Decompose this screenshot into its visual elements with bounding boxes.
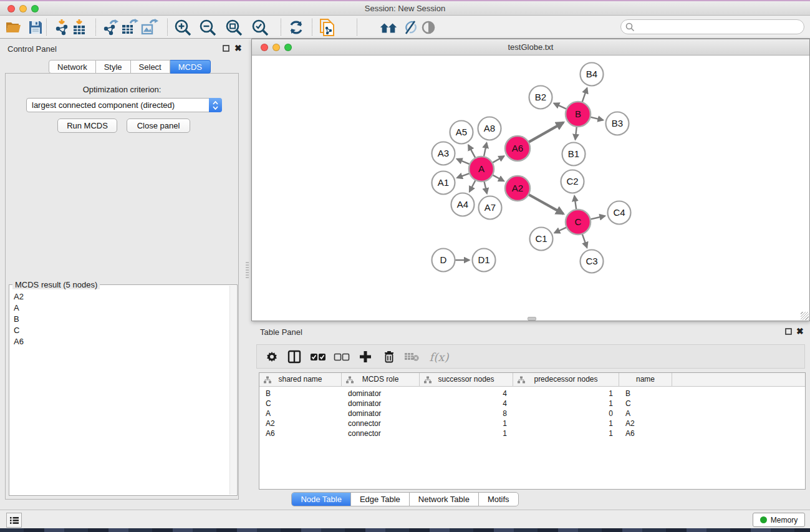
network-zoom-icon[interactable] — [284, 44, 292, 51]
select-all-icon[interactable] — [309, 348, 327, 365]
graph-edge-C-C1[interactable] — [554, 227, 566, 233]
table-cell[interactable]: A6 — [259, 428, 342, 438]
export-image-icon[interactable] — [140, 19, 159, 36]
tab-edge-table[interactable]: Edge Table — [350, 493, 409, 506]
close-panel-icon[interactable]: ✖ — [234, 44, 242, 52]
table-cell[interactable]: A2 — [259, 418, 342, 428]
table-cell[interactable]: A6 — [619, 428, 672, 438]
delete-table-icon[interactable] — [403, 348, 420, 365]
close-panel-button[interactable]: Close panel — [127, 118, 190, 133]
network-canvas[interactable]: B4B2BB3A8A5A6A3B1AC2A1A2A4A7C4CC1DD1C3 — [252, 56, 809, 321]
table-cell[interactable]: A2 — [619, 418, 672, 428]
table-cell[interactable]: B — [619, 389, 672, 399]
network-minimize-icon[interactable] — [272, 44, 280, 51]
table-cell[interactable]: 1 — [513, 399, 619, 409]
table-cell[interactable]: 1 — [420, 428, 513, 438]
window-resize-grip[interactable] — [801, 312, 809, 320]
memory-button[interactable]: Memory — [753, 513, 805, 527]
graph-edge-A-A2[interactable] — [493, 175, 504, 181]
graph-edge-A-A6[interactable] — [492, 156, 504, 163]
table-cell[interactable]: 4 — [420, 389, 513, 399]
tab-network-table[interactable]: Network Table — [409, 493, 478, 506]
close-window-icon[interactable] — [7, 5, 15, 12]
add-icon[interactable] — [357, 348, 374, 365]
graph-edge-A-A7[interactable] — [484, 181, 486, 194]
node-table[interactable]: shared nameMCDS rolesuccessor nodesprede… — [259, 372, 806, 490]
tab-select[interactable]: Select — [131, 60, 170, 74]
zoom-in-icon[interactable] — [173, 19, 192, 36]
table-cell[interactable]: dominator — [342, 399, 420, 409]
graph-edge-B-B3[interactable] — [590, 117, 603, 120]
graph-edge-A-A8[interactable] — [484, 143, 486, 157]
tab-node-table[interactable]: Node Table — [292, 493, 350, 506]
function-builder-icon[interactable]: f(x) — [427, 348, 451, 365]
tab-style[interactable]: Style — [96, 60, 131, 74]
main-titlebar[interactable]: Session: New Session — [0, 1, 810, 16]
table-cell[interactable]: 0 — [513, 409, 619, 418]
table-cell[interactable]: B — [259, 389, 342, 399]
graph-edge-A6-B[interactable] — [528, 122, 563, 142]
hide-selected-icon[interactable] — [401, 19, 420, 36]
network-from-selection-icon[interactable] — [317, 19, 336, 36]
table-cell[interactable]: 1 — [513, 389, 619, 399]
graph-edge-A-A5[interactable] — [468, 145, 475, 158]
zoom-window-icon[interactable] — [31, 5, 39, 12]
vertical-splitter-handle[interactable] — [246, 262, 249, 278]
save-session-icon[interactable] — [26, 19, 45, 36]
table-cell[interactable]: A — [259, 409, 342, 418]
graph-edge-B-B1[interactable] — [576, 127, 577, 140]
graph-edge-A2-C[interactable] — [528, 195, 563, 214]
network-close-icon[interactable] — [261, 44, 268, 51]
float-table-panel-icon[interactable] — [785, 328, 792, 336]
table-cell[interactable]: dominator — [342, 409, 420, 418]
graph-edge-A-A4[interactable] — [470, 180, 476, 192]
search-input[interactable] — [620, 19, 804, 34]
column-header-successor-nodes[interactable]: successor nodes — [420, 373, 513, 387]
minimize-window-icon[interactable] — [19, 5, 27, 12]
tab-network[interactable]: Network — [49, 60, 96, 74]
column-header-shared-name[interactable]: shared name — [259, 373, 342, 387]
table-cell[interactable]: 8 — [420, 409, 513, 418]
result-scrollbar[interactable] — [229, 286, 236, 495]
export-table-icon[interactable] — [120, 19, 139, 36]
network-window-titlebar[interactable]: testGlobe.txt — [252, 39, 809, 56]
update-network-icon[interactable] — [287, 19, 306, 36]
graph-edge-C-C2[interactable] — [574, 196, 576, 210]
zoom-selected-icon[interactable] — [251, 19, 269, 36]
table-cell[interactable]: C — [619, 399, 672, 409]
table-cell[interactable]: A — [619, 409, 672, 418]
graph-edge-A-A3[interactable] — [457, 159, 470, 165]
import-table-icon[interactable] — [70, 19, 89, 36]
zoom-out-icon[interactable] — [198, 19, 217, 36]
graph-edge-C-C3[interactable] — [582, 234, 587, 248]
open-session-icon[interactable] — [5, 19, 24, 36]
table-cell[interactable]: dominator — [342, 389, 420, 399]
graph-edge-A-A1[interactable] — [457, 173, 470, 178]
float-panel-icon[interactable] — [223, 45, 229, 53]
table-cell[interactable]: 4 — [420, 399, 513, 409]
column-header-predecessor-nodes[interactable]: predecessor nodes — [513, 373, 619, 387]
first-neighbors-icon[interactable] — [379, 19, 398, 36]
import-network-icon[interactable] — [52, 19, 71, 36]
deselect-all-icon[interactable] — [333, 348, 350, 365]
graph-edge-B-B2[interactable] — [554, 104, 566, 109]
show-details-icon[interactable] — [419, 19, 438, 36]
export-network-icon[interactable] — [101, 19, 120, 36]
delete-icon[interactable] — [380, 348, 398, 365]
table-cell[interactable]: 1 — [513, 428, 619, 438]
table-cell[interactable]: 1 — [513, 418, 619, 428]
close-table-panel-icon[interactable]: ✖ — [796, 327, 804, 335]
graph-edge-B-B4[interactable] — [582, 88, 587, 102]
horizontal-splitter-handle[interactable] — [528, 317, 536, 321]
split-column-icon[interactable] — [286, 348, 303, 365]
run-mcds-button[interactable]: Run MCDS — [57, 118, 117, 133]
tab-mcds[interactable]: MCDS — [170, 60, 211, 74]
column-header-MCDS-role[interactable]: MCDS role — [342, 373, 420, 387]
column-header-name[interactable]: name — [619, 373, 672, 387]
graph-edge-C-C4[interactable] — [591, 216, 605, 219]
table-cell[interactable]: C — [259, 399, 342, 409]
tab-motifs[interactable]: Motifs — [478, 493, 518, 506]
zoom-fit-icon[interactable] — [224, 19, 243, 36]
task-history-button[interactable] — [6, 513, 22, 528]
optimization-criterion-select[interactable]: largest connected component (directed) — [26, 98, 222, 112]
